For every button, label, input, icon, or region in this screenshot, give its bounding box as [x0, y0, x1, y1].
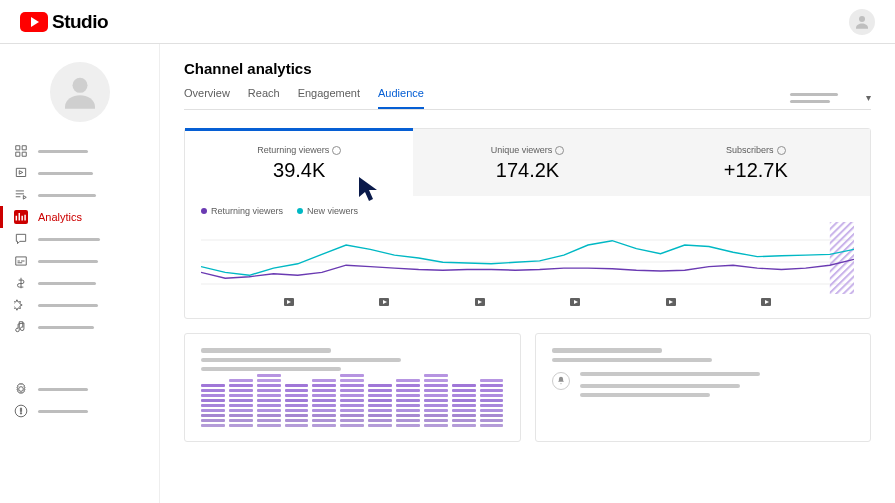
- metric-tab-unique-viewers[interactable]: Unique viewers174.2K: [413, 129, 641, 196]
- audience-card[interactable]: [535, 333, 872, 442]
- tab-audience[interactable]: Audience: [378, 87, 424, 109]
- page-title: Channel analytics: [184, 60, 871, 77]
- video-marker-icon[interactable]: [284, 298, 294, 306]
- user-icon: [853, 13, 871, 31]
- dashboard-icon: [14, 144, 28, 158]
- app-header: Studio: [0, 0, 895, 44]
- svg-point-1: [72, 78, 87, 93]
- video-marker-icon[interactable]: [475, 298, 485, 306]
- playlists-icon: [14, 188, 28, 202]
- audio-icon: [14, 320, 28, 334]
- viewers-chart: [201, 222, 854, 294]
- metrics-card: Returning viewers39.4KUnique viewers174.…: [184, 128, 871, 319]
- sidebar-item-analytics[interactable]: Analytics: [0, 206, 159, 228]
- when-viewers-card[interactable]: [184, 333, 521, 442]
- youtube-icon: [20, 12, 48, 32]
- legend-item: Returning viewers: [201, 206, 283, 216]
- sidebar-item-label: Analytics: [38, 211, 82, 223]
- date-range-picker[interactable]: ▾: [790, 92, 871, 109]
- legend-item: New viewers: [297, 206, 358, 216]
- sidebar-item-subtitles[interactable]: [0, 250, 159, 272]
- sidebar-item-settings[interactable]: [0, 378, 159, 400]
- subtitles-icon: [14, 254, 28, 268]
- logo-text: Studio: [52, 11, 108, 33]
- chevron-down-icon: ▾: [866, 92, 871, 103]
- feedback-icon: [14, 404, 28, 418]
- video-marker-icon[interactable]: [570, 298, 580, 306]
- video-marker-icon[interactable]: [666, 298, 676, 306]
- user-icon: [60, 72, 100, 112]
- sidebar-item-dashboard[interactable]: [0, 140, 159, 162]
- sidebar-item-comments[interactable]: [0, 228, 159, 250]
- tab-bar: OverviewReachEngagementAudience ▾: [184, 87, 871, 110]
- analytics-icon: [14, 210, 28, 224]
- info-icon: [332, 146, 341, 155]
- sidebar-item-content[interactable]: [0, 162, 159, 184]
- video-marker-icon[interactable]: [379, 298, 389, 306]
- video-marker-icon[interactable]: [761, 298, 771, 306]
- svg-rect-6: [830, 222, 854, 294]
- sidebar-item-customization[interactable]: [0, 294, 159, 316]
- comments-icon: [14, 232, 28, 246]
- notification-icon: [556, 376, 566, 386]
- sidebar-item-audio[interactable]: [0, 316, 159, 338]
- customization-icon: [14, 298, 28, 312]
- monetization-icon: [14, 276, 28, 290]
- info-icon: [555, 146, 564, 155]
- metric-tab-subscribers[interactable]: Subscribers+12.7K: [642, 129, 870, 196]
- channel-avatar[interactable]: [50, 62, 110, 122]
- content-icon: [14, 166, 28, 180]
- metric-tab-returning-viewers[interactable]: Returning viewers39.4K: [185, 129, 413, 196]
- sidebar-item-feedback[interactable]: [0, 400, 159, 422]
- tab-reach[interactable]: Reach: [248, 87, 280, 109]
- sidebar-item-playlists[interactable]: [0, 184, 159, 206]
- logo[interactable]: Studio: [20, 11, 108, 33]
- settings-icon: [14, 382, 28, 396]
- info-icon: [777, 146, 786, 155]
- main-content: Channel analytics OverviewReachEngagemen…: [160, 44, 895, 503]
- tab-engagement[interactable]: Engagement: [298, 87, 360, 109]
- sidebar: Analytics: [0, 44, 160, 503]
- tab-overview[interactable]: Overview: [184, 87, 230, 109]
- account-avatar[interactable]: [849, 9, 875, 35]
- svg-point-0: [859, 16, 865, 22]
- sidebar-item-monetization[interactable]: [0, 272, 159, 294]
